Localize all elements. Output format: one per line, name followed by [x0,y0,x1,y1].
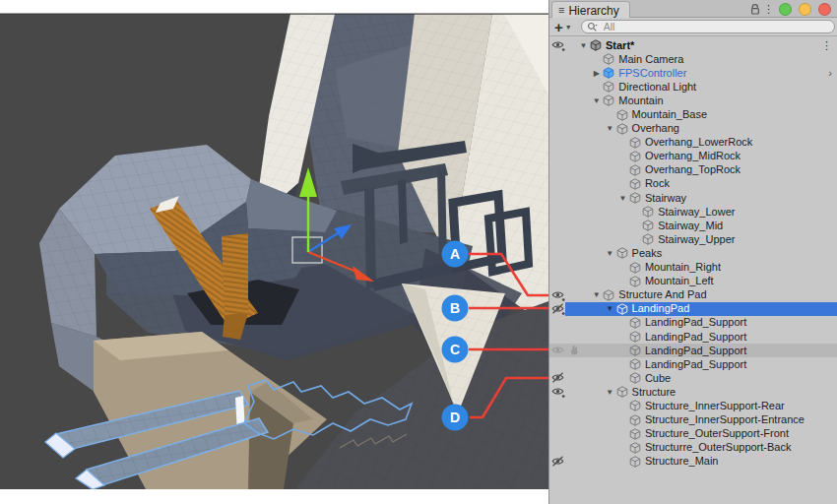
row-label: Mountain [618,94,663,106]
gameobject-cube-icon [616,123,629,135]
hierarchy-row-overhang-toprock[interactable]: Overhang_TopRock [549,163,837,177]
row-kebab-menu-icon[interactable]: ⋮ [821,38,832,52]
top-margin [0,0,548,14]
row-label: Overhang_LowerRock [645,136,752,148]
hierarchy-row-structure[interactable]: ▼ Structure [549,385,837,399]
hierarchy-row-structure-outersupport-front[interactable]: Structure_OuterSupport-Front [549,427,837,441]
gameobject-cube-icon [642,233,655,245]
kebab-menu-icon[interactable]: ⋮ [763,0,774,18]
callout-letter-b: B [450,300,460,316]
red-light[interactable] [818,3,831,16]
hierarchy-row-stairway-lower[interactable]: Stairway_Lower [549,205,837,219]
add-object-button[interactable]: + ▼ [554,20,572,34]
gameobject-cube-icon [616,109,629,121]
yellow-light[interactable] [799,3,811,16]
hierarchy-row-landingpad-support[interactable]: LandingPad_Support [549,330,837,344]
bottom-margin [0,489,548,504]
dropdown-caret-icon: ▼ [565,24,572,31]
hierarchy-row-peaks[interactable]: ▼ Peaks [549,246,837,260]
hierarchy-tab-bar: ≡ Hierarchy ⋮ [549,0,837,18]
hierarchy-row-stairway-upper[interactable]: Stairway_Upper [549,232,837,246]
hierarchy-row-stairway[interactable]: ▼ Stairway [549,191,837,205]
expander-closed-icon[interactable]: ▶ [590,69,603,78]
hierarchy-row-overhang-lowerrock[interactable]: Overhang_LowerRock [549,136,837,150]
gameobject-cube-icon [629,456,642,468]
hierarchy-row-fpscontroller[interactable]: ▶ FPSController› [549,66,837,80]
search-icon [587,22,598,32]
gameobject-cube-icon [603,53,615,65]
hierarchy-row-landingpad-support[interactable]: LandingPad_Support [549,344,837,357]
hierarchy-row-main-camera[interactable]: Main Camera [549,52,837,66]
gameobject-cube-icon [629,276,642,287]
hierarchy-row-mountain[interactable]: ▼ Mountain [549,94,837,107]
expander-open-icon[interactable]: ▼ [590,96,603,105]
hierarchy-row-overhang-midrock[interactable]: Overhang_MidRock [549,150,837,163]
scene-view[interactable]: A B C D [0,0,548,504]
row-label: Overhang [632,122,679,134]
expander-open-icon[interactable]: ▼ [604,124,616,133]
search-field[interactable] [581,20,835,33]
expander-open-icon[interactable]: ▼ [604,249,616,258]
expander-open-icon[interactable]: ▼ [577,41,590,50]
hierarchy-row-structure-and-pad[interactable]: ▼ Structure And Pad [549,288,837,302]
row-label: Start* [606,39,634,51]
hierarchy-row-landingpad-support[interactable]: LandingPad_Support [549,316,837,330]
hierarchy-row-overhang[interactable]: ▼ Overhang [549,122,837,136]
hierarchy-row-landingpad-support[interactable]: LandingPad_Support [549,357,837,371]
gameobject-cube-icon [629,428,642,440]
gameobject-cube-icon [629,137,642,149]
expander-open-icon[interactable]: ▼ [590,290,603,299]
visibility-eye-icon-off[interactable] [551,456,565,471]
hierarchy-row-directional-light[interactable]: Directional Light [549,80,837,94]
row-label: LandingPad_Support [645,331,746,343]
hierarchy-row-mountain-left[interactable]: Mountain_Left [549,275,837,288]
hierarchy-row-structure-innersupport-entrance[interactable]: Structure_InnerSupport-Entrance [549,413,837,427]
hierarchy-toolbar: + ▼ [549,18,837,36]
hierarchy-row-rock[interactable]: Rock [549,177,837,191]
gameobject-cube-icon [629,178,642,190]
hierarchy-row-mountain-base[interactable]: Mountain_Base [549,107,837,121]
row-label: Structure_InnerSupport-Rear [645,400,785,411]
pickability-hand-icon[interactable] [568,345,580,358]
row-label: Stairway [645,192,686,204]
gameobject-cube-icon [629,442,642,454]
row-label: Mountain_Right [645,261,721,273]
window-lights [779,0,831,18]
callout-letter-c: C [450,342,460,357]
gameobject-cube-icon [629,331,642,343]
row-label: LandingPad_Support [645,358,746,370]
gameobject-cube-icon [603,289,615,301]
hierarchy-row-cube[interactable]: Cube [549,371,837,385]
panel-list-icon: ≡ [558,5,564,16]
row-label: FPSController [618,67,686,79]
chevron-right-icon[interactable]: › [828,66,832,80]
gameobject-cube-icon [629,317,642,329]
unlock-icon[interactable] [750,0,760,18]
hierarchy-row-structure-main[interactable]: Structure_Main [549,455,837,469]
tab-hierarchy[interactable]: ≡ Hierarchy [551,1,630,19]
hierarchy-row-structurre-outersupport-back[interactable]: Structurre_OuterSupport-Back [549,441,837,455]
gameobject-cube-icon [629,414,642,426]
row-label: Rock [645,177,670,189]
hierarchy-row-mountain-right[interactable]: Mountain_Right [549,261,837,275]
hierarchy-row-structure-innersupport-rear[interactable]: Structure_InnerSupport-Rear [549,399,837,412]
search-input[interactable] [602,20,803,33]
hierarchy-row-stairway-mid[interactable]: Stairway_Mid [549,219,837,232]
gameobject-cube-icon [629,372,642,384]
gameobject-cube-icon [642,220,655,231]
row-label: Main Camera [618,53,683,65]
row-label: Structurre_OuterSupport-Back [645,441,792,453]
expander-open-icon[interactable]: ▼ [616,194,629,203]
hierarchy-row-landingpad[interactable]: ▼ LandingPad [549,302,837,316]
hierarchy-row-start-[interactable]: ▼ Start* ⋮ [549,38,837,52]
gameobject-cube-icon [629,151,642,162]
gameobject-cube-icon [603,81,615,93]
hierarchy-panel: ≡ Hierarchy ⋮ + ▼ [548,0,837,504]
row-label: Mountain_Base [632,108,707,120]
gameobject-cube-icon [629,400,642,411]
green-light[interactable] [779,3,792,16]
row-label: Structure And Pad [618,288,706,300]
row-label: Overhang_MidRock [645,150,740,161]
expander-open-icon[interactable]: ▼ [604,388,616,397]
expander-open-icon[interactable]: ▼ [604,304,616,313]
